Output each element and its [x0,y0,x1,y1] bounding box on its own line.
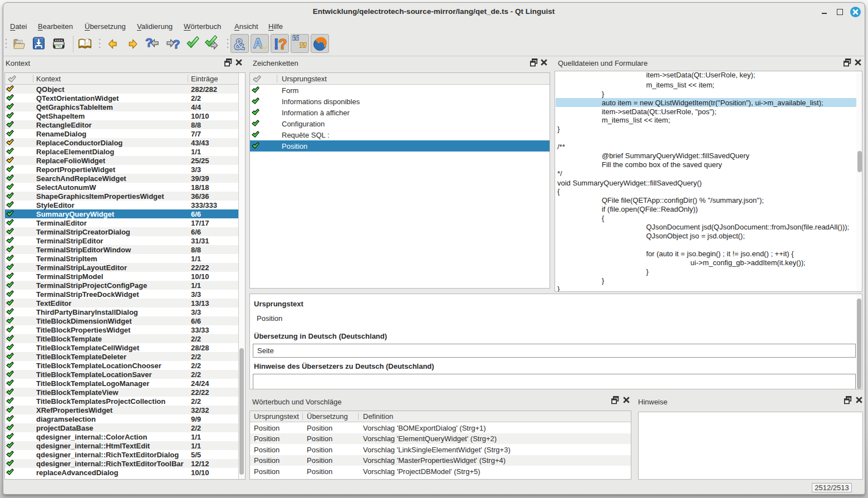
svg-text:?: ? [278,36,287,52]
svg-text:A: A [253,36,263,51]
svg-text:&: & [234,36,245,52]
svg-text:?: ? [145,36,153,50]
svg-text:”: ” [299,39,307,52]
svg-text:?: ? [173,37,180,51]
